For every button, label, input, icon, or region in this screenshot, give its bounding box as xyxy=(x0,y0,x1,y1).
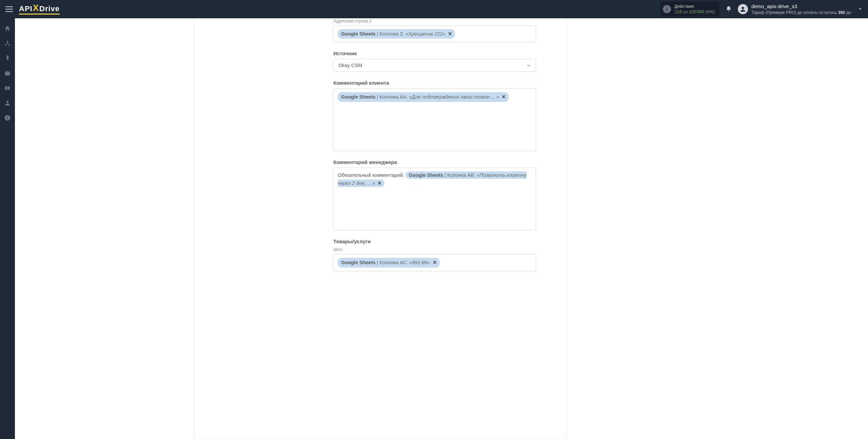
remove-tag-icon[interactable]: ✕ xyxy=(446,31,452,37)
chevron-down-icon xyxy=(858,7,863,12)
field-manager-comment-label: Комментарий менеджера xyxy=(333,159,536,165)
field-manager-comment: Комментарий менеджера Обязательный комме… xyxy=(333,159,536,230)
user-tariff: Тариф |Премиум PRO| до оплаты осталось 3… xyxy=(751,10,851,15)
top-header: APIXDrive i Действия: 216 из 100'000 (0%… xyxy=(0,0,868,18)
bell-icon[interactable] xyxy=(726,5,732,13)
svg-point-1 xyxy=(7,41,8,42)
actions-counter[interactable]: i Действия: 216 из 100'000 (0%) xyxy=(660,2,719,17)
field-address2: Адресная строка 2 Google Sheets | Колонк… xyxy=(333,18,536,42)
field-products: Товары/услуги SKU Google Sheets | Колонк… xyxy=(333,238,536,271)
chevron-down-icon xyxy=(526,63,531,68)
actions-counts: 216 из 100'000 (0%) xyxy=(674,9,715,15)
sidebar xyxy=(0,18,15,439)
user-name: demo_apix-drive_s3 xyxy=(751,3,851,10)
field-client-comment: Комментарий клиента Google Sheets | Коло… xyxy=(333,80,536,151)
actions-label: Действия: xyxy=(674,4,715,9)
field-products-sublabel: SKU xyxy=(333,247,536,252)
menu-hamburger-icon[interactable] xyxy=(5,5,14,13)
tag-address2[interactable]: Google Sheets | Колонка Z: «Хрещатик 222… xyxy=(338,29,455,39)
form-card: Адресная строка 2 Google Sheets | Колонк… xyxy=(194,18,567,439)
field-manager-comment-input[interactable]: Обязательный комментарий: Google Sheets … xyxy=(333,168,536,230)
avatar-icon xyxy=(738,4,748,14)
field-client-comment-input[interactable]: Google Sheets | Колонка AA: «Для подтвер… xyxy=(333,88,536,151)
logo-suffix: Drive xyxy=(39,4,60,13)
user-menu[interactable]: demo_apix-drive_s3 Тариф |Премиум PRO| д… xyxy=(738,3,863,15)
field-source: Источник Okay CSM xyxy=(333,50,536,72)
actions-total: 100'000 xyxy=(689,9,704,14)
actions-used: 216 xyxy=(674,9,682,14)
tag-client-comment[interactable]: Google Sheets | Колонка AA: «Для подтвер… xyxy=(338,92,509,102)
field-products-label: Товары/услуги xyxy=(333,238,536,244)
field-address2-input[interactable]: Google Sheets | Колонка Z: «Хрещатик 222… xyxy=(333,25,536,42)
logo[interactable]: APIXDrive xyxy=(19,4,60,15)
remove-tag-icon[interactable]: ✕ xyxy=(499,94,506,100)
actions-pct: (0%) xyxy=(704,9,715,14)
remove-tag-icon[interactable]: ✕ xyxy=(375,181,382,186)
info-icon: i xyxy=(663,5,671,13)
field-source-select[interactable]: Okay CSM xyxy=(333,59,536,72)
svg-point-5 xyxy=(6,101,9,103)
field-source-label: Источник xyxy=(333,50,536,56)
field-source-value: Okay CSM xyxy=(338,63,362,68)
sidebar-connections-icon[interactable] xyxy=(0,37,15,50)
svg-point-0 xyxy=(742,7,744,9)
sidebar-help-icon[interactable] xyxy=(0,111,15,125)
main-content: Адресная строка 2 Google Sheets | Колонк… xyxy=(15,18,868,439)
sidebar-home-icon[interactable] xyxy=(0,22,15,35)
tag-sku[interactable]: Google Sheets | Колонка AC: «991-89» ✕ xyxy=(338,258,440,267)
sidebar-billing-icon[interactable] xyxy=(0,51,15,65)
logo-prefix: API xyxy=(19,4,33,13)
actions-sep: из xyxy=(682,9,689,14)
sidebar-briefcase-icon[interactable] xyxy=(0,66,15,80)
field-address2-sublabel: Адресная строка 2 xyxy=(333,18,536,23)
logo-x-icon: X xyxy=(33,3,39,13)
field-sku-input[interactable]: Google Sheets | Колонка AC: «991-89» ✕ xyxy=(333,254,536,271)
sidebar-user-icon[interactable] xyxy=(0,96,15,110)
remove-tag-icon[interactable]: ✕ xyxy=(430,260,437,265)
manager-comment-prefix: Обязательный комментарий: xyxy=(338,172,406,179)
field-client-comment-label: Комментарий клиента xyxy=(333,80,536,86)
sidebar-video-icon[interactable] xyxy=(0,81,15,95)
